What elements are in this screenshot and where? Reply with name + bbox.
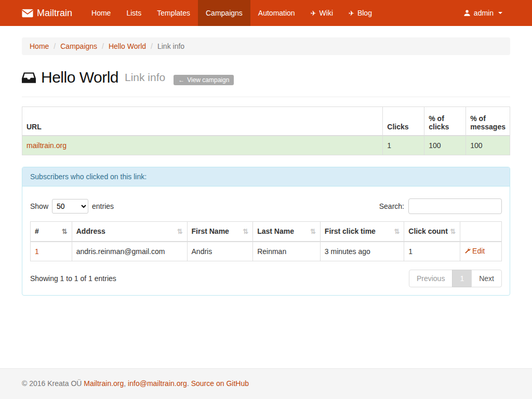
- column-header-last-name[interactable]: Last Name⇅: [253, 222, 321, 242]
- pagination-previous[interactable]: Previous: [409, 270, 453, 287]
- breadcrumb-campaigns[interactable]: Campaigns: [60, 42, 97, 50]
- copyright-text: © 2016 Kreata OÜ: [22, 379, 82, 388]
- footer: © 2016 Kreata OÜ Mailtrain.org, info@mai…: [0, 368, 532, 399]
- wrench-icon: [464, 248, 471, 254]
- nav-item-lists[interactable]: Lists: [118, 0, 149, 26]
- breadcrumb-separator: /: [54, 42, 56, 50]
- email-link[interactable]: info@mailtrain.org: [128, 379, 187, 388]
- github-link[interactable]: Source on GitHub: [191, 379, 249, 388]
- footer-separator: .: [187, 379, 189, 388]
- inbox-icon: [22, 71, 36, 84]
- nav-item-automation[interactable]: Automation: [250, 0, 303, 26]
- show-label: Show: [30, 202, 48, 210]
- pagination-next[interactable]: Next: [471, 270, 502, 287]
- page-length-control: Show 50 entries: [30, 199, 114, 214]
- nav-item-wiki[interactable]: ✈Wiki: [303, 0, 341, 26]
- column-header-num[interactable]: #⇅: [31, 222, 72, 242]
- nav-item-campaigns[interactable]: Campaigns: [198, 0, 250, 26]
- last-name-value: Reinman: [253, 242, 321, 261]
- entries-label: entries: [92, 202, 114, 210]
- clicks-value: 1: [383, 136, 424, 155]
- user-menu[interactable]: admin: [456, 0, 510, 26]
- column-header-clicks: Clicks: [383, 107, 424, 136]
- navbar: Mailtrain Home Lists Templates Campaigns…: [0, 0, 532, 26]
- nav-item-blog[interactable]: ✈Blog: [341, 0, 380, 26]
- user-name: admin: [474, 9, 494, 17]
- footer-separator: ,: [124, 379, 126, 388]
- brand-name: Mailtrain: [37, 8, 72, 19]
- page-subtitle: Link info: [125, 71, 165, 84]
- search-control: Search:: [379, 198, 502, 214]
- breadcrumb-home[interactable]: Home: [30, 42, 49, 50]
- view-campaign-button[interactable]: ← View campaign: [174, 75, 234, 85]
- first-name-value: Andris: [187, 242, 253, 261]
- column-header-click-count[interactable]: Click count⇅: [404, 222, 460, 242]
- page-length-select[interactable]: 50: [52, 199, 88, 214]
- column-header-pct-clicks: % of clicks: [424, 107, 466, 136]
- column-header-url: URL: [22, 107, 383, 136]
- caret-down-icon: [498, 12, 502, 14]
- column-header-pct-messages: % of messages: [466, 107, 510, 136]
- sort-icon: ⇅: [177, 228, 183, 235]
- column-header-address[interactable]: Address⇅: [72, 222, 187, 242]
- sort-icon: ⇅: [450, 228, 456, 235]
- page-title: Hello World: [41, 69, 118, 86]
- pagination-page-1[interactable]: 1: [452, 270, 472, 287]
- subscribers-panel: Subscribers who clicked on this link: Sh…: [22, 167, 510, 296]
- sort-icon: ⇅: [243, 228, 248, 235]
- click-count-value: 1: [404, 242, 460, 261]
- breadcrumb-current: Link info: [157, 42, 184, 50]
- search-input[interactable]: [408, 198, 502, 214]
- column-header-first-click-time[interactable]: First click time⇅: [320, 222, 404, 242]
- sort-icon: ⇅: [394, 228, 400, 235]
- brand-logo[interactable]: Mailtrain: [22, 0, 77, 26]
- pagination: Previous 1 Next: [409, 270, 502, 287]
- subscribers-table: #⇅ Address⇅ First Name⇅ Last Name⇅ First…: [30, 221, 502, 261]
- edit-link[interactable]: Edit: [464, 247, 485, 255]
- address-value: andris.reinman@gmail.com: [72, 242, 187, 261]
- table-row: mailtrain.org 1 100 100: [22, 136, 510, 155]
- column-header-actions: [460, 222, 502, 242]
- sort-icon: ⇅: [62, 228, 68, 235]
- breadcrumb-separator: /: [102, 42, 104, 50]
- main-nav: Home Lists Templates Campaigns Automatio…: [84, 0, 380, 26]
- plane-icon: ✈: [349, 9, 354, 17]
- nav-item-templates[interactable]: Templates: [149, 0, 198, 26]
- main-content: Home / Campaigns / Hello World / Link in…: [14, 26, 518, 296]
- mailtrain-link[interactable]: Mailtrain.org: [84, 379, 124, 388]
- divider: [22, 97, 510, 97]
- table-row: 1 andris.reinman@gmail.com Andris Reinma…: [31, 242, 502, 261]
- url-link[interactable]: mailtrain.org: [26, 141, 66, 150]
- panel-title: Subscribers who clicked on this link:: [22, 167, 510, 187]
- chevron-left-icon: ←: [178, 76, 184, 84]
- column-header-first-name[interactable]: First Name⇅: [187, 222, 253, 242]
- plane-icon: ✈: [311, 9, 316, 17]
- breadcrumb: Home / Campaigns / Hello World / Link in…: [22, 37, 510, 55]
- mail-logo-icon: [22, 9, 33, 18]
- nav-item-home[interactable]: Home: [84, 0, 118, 26]
- sort-icon: ⇅: [310, 228, 316, 235]
- search-label: Search:: [379, 202, 404, 210]
- user-icon: [463, 9, 471, 17]
- table-info: Showing 1 to 1 of 1 entries: [30, 274, 116, 283]
- row-number: 1: [31, 242, 72, 261]
- pct-clicks-value: 100: [424, 136, 466, 155]
- breadcrumb-separator: /: [151, 42, 153, 50]
- first-click-time-value: 3 minutes ago: [320, 242, 404, 261]
- spacer: [0, 296, 532, 368]
- pct-messages-value: 100: [466, 136, 510, 155]
- link-stats-table: URL Clicks % of clicks % of messages mai…: [22, 107, 510, 155]
- page-header: Hello World Link info ← View campaign: [22, 69, 510, 86]
- breadcrumb-campaign[interactable]: Hello World: [109, 42, 146, 50]
